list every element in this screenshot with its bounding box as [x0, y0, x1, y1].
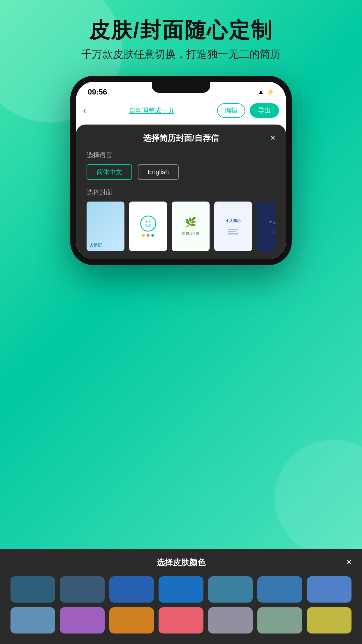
cover-4-lines	[228, 229, 238, 235]
cover-select-modal: 选择简历封面/自荐信 × 选择语言 简体中文 English 选择封面 人简历	[76, 125, 286, 259]
cover-4-label: 个人简历	[226, 218, 241, 223]
skin-color-modal: 选择皮肤颜色 ×	[0, 549, 362, 644]
cover-5-label: 个人简历	[269, 220, 275, 225]
color-swatch-1[interactable]	[10, 576, 55, 603]
app-toolbar: ‹ 自动调整成一页 编辑 导出	[76, 99, 286, 122]
cover-3-label: 家和万事兴	[182, 231, 199, 236]
phone-outer: 09:56 ▲ ⚡ ‹ 自动调整成一页 编辑 导出 个人简历 给我	[70, 76, 292, 265]
cover-select-label: 选择封面	[87, 188, 275, 197]
header-subtitle: 千万款皮肤任意切换，打造独一无二的简历	[0, 47, 362, 62]
bg-decoration-2	[275, 440, 362, 556]
wifi-icon: ▲	[258, 88, 264, 96]
skin-modal-close[interactable]: ×	[346, 557, 352, 567]
color-swatch-12[interactable]	[208, 607, 253, 634]
cover-4-line	[229, 226, 238, 226]
color-swatch-7[interactable]	[307, 576, 352, 603]
auto-adjust-link[interactable]: 自动调整成一页	[91, 106, 212, 115]
cover-thumbnails: 人简历 个人简历	[87, 202, 275, 251]
color-swatch-6[interactable]	[257, 576, 302, 603]
cover-2-circle: 个人简历	[140, 216, 156, 232]
color-swatch-11[interactable]	[159, 607, 203, 634]
color-swatch-10[interactable]	[109, 607, 154, 634]
cover-5-line	[272, 227, 275, 227]
cover-thumb-1[interactable]: 人简历	[87, 202, 124, 251]
status-time: 09:56	[88, 88, 107, 97]
cover-modal-title: 选择简历封面/自荐信	[87, 133, 275, 144]
header-title: 皮肤/封面随心定制	[0, 18, 362, 43]
cover-1-label: 人简历	[89, 243, 102, 248]
lang-buttons: 简体中文 English	[87, 164, 275, 180]
color-swatch-2[interactable]	[60, 576, 104, 603]
skin-modal-title: 选择皮肤颜色	[10, 557, 352, 568]
back-button[interactable]: ‹	[83, 106, 86, 116]
color-swatch-8[interactable]	[10, 607, 55, 634]
cover-thumb-2[interactable]: 个人简历	[129, 202, 167, 251]
color-swatches	[10, 576, 352, 634]
export-button[interactable]: 导出	[250, 103, 279, 118]
cover-modal-close[interactable]: ×	[270, 133, 275, 143]
lang-zh-button[interactable]: 简体中文	[87, 164, 132, 180]
color-swatch-14[interactable]	[307, 607, 352, 634]
phone-screen: 09:56 ▲ ⚡ ‹ 自动调整成一页 编辑 导出 个人简历 给我	[76, 82, 286, 259]
cover-thumb-5[interactable]: 个人简历	[257, 202, 275, 251]
color-swatch-4[interactable]	[159, 576, 203, 603]
cover-thumb-3[interactable]: 🌿 家和万事兴	[172, 202, 210, 251]
color-swatch-9[interactable]	[60, 607, 104, 634]
cover-3-leaf: 🌿	[185, 216, 196, 228]
cover-thumb-4[interactable]: 个人简历	[214, 202, 252, 251]
color-swatch-3[interactable]	[109, 576, 154, 603]
status-icons: ▲ ⚡	[258, 88, 274, 96]
color-swatch-13[interactable]	[257, 607, 302, 634]
edit-button[interactable]: 编辑	[217, 103, 245, 118]
phone-notch	[152, 82, 210, 93]
cover-5-lines	[271, 230, 275, 232]
lang-en-button[interactable]: English	[138, 164, 179, 180]
header-section: 皮肤/封面随心定制 千万款皮肤任意切换，打造独一无二的简历	[0, 0, 362, 73]
color-swatch-5[interactable]	[208, 576, 253, 603]
lang-label: 选择语言	[87, 151, 275, 160]
battery-icon: ⚡	[266, 88, 274, 96]
cover-2-dots	[142, 234, 154, 237]
phone-mockup: 09:56 ▲ ⚡ ‹ 自动调整成一页 编辑 导出 个人简历 给我	[70, 76, 292, 265]
